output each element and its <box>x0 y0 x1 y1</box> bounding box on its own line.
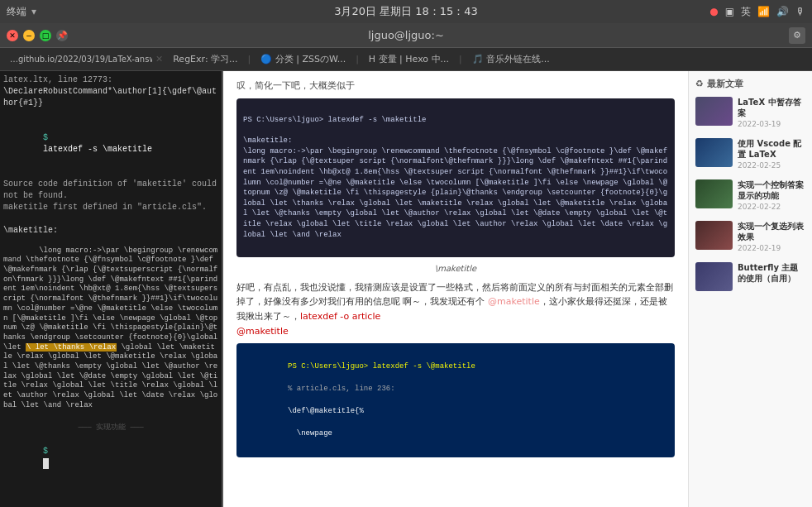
term-source-info: maketitle first defined in "article.cls"… <box>3 202 218 213</box>
article-thumb-3 <box>695 179 733 208</box>
minimize-button[interactable]: − <box>23 30 35 41</box>
close-button[interactable]: ✕ <box>7 30 18 41</box>
ps-output-3: \newpage <box>288 429 332 438</box>
article-item-4[interactable]: 实现一个复选列表效果 2022-02-19 <box>695 221 805 252</box>
article-main[interactable]: 叹，简化一下吧，大概类似于 PS C:\Users\ljguo> latexde… <box>223 71 688 507</box>
article-thumb-4 <box>695 221 733 250</box>
prompt-2: $ <box>43 447 53 456</box>
link-latexdef-article[interactable]: latexdef -o article <box>300 311 380 322</box>
article-area: 叹，简化一下吧，大概类似于 PS C:\Users\ljguo> latexde… <box>223 71 812 507</box>
cmd-1: latexdef -s \maketitle <box>43 145 152 154</box>
article-item-3[interactable]: 实现一个控制答案显示的功能 2022-02-22 <box>695 179 805 211</box>
settings-button[interactable]: ⚙ <box>789 27 805 44</box>
article-info-4: 实现一个复选列表效果 2022-02-19 <box>738 221 805 252</box>
prompt-1: $ <box>43 133 53 142</box>
ps-prompt: PS C:\Users\ljguo> latexdef -s \@maketit… <box>288 362 475 371</box>
terminal-label: 终端 <box>7 5 26 19</box>
tab-separator-3: | <box>356 54 359 65</box>
article-item-2[interactable]: 使用 Vscode 配置 LaTeX 2022-02-25 <box>695 138 805 170</box>
term-divider: ─── 实现功能 ─── <box>3 420 218 434</box>
thanks-highlight: \ let \thanks \relax <box>26 343 117 352</box>
title-bar: ✕ − □ 📌 ljguo@ljguo:~ ⚙ <box>0 23 812 48</box>
term-maketitle-label: \maketitle: <box>3 225 218 237</box>
article-title-1[interactable]: LaTeX 中暂存答案 <box>738 97 805 118</box>
article-item-5[interactable]: Butterfly 主题的使用（自用） <box>695 262 805 291</box>
code-block-1: PS C:\Users\ljguo> latexdef -s \maketitl… <box>236 98 675 257</box>
article-info-5: Butterfly 主题的使用（自用） <box>738 262 805 285</box>
tab-separator-2: | <box>248 54 251 65</box>
article-date-2: 2022-02-25 <box>738 161 805 170</box>
tab-music[interactable]: 🎵 音乐外链在线... <box>466 51 556 67</box>
article-info-3: 实现一个控制答案显示的功能 2022-02-22 <box>738 179 805 211</box>
mic-icon: 🎙 <box>795 6 805 17</box>
window-title: ljguo@ljguo:~ <box>368 29 444 41</box>
volume-icon: 🔊 <box>776 6 789 17</box>
window-controls[interactable]: ✕ − □ 📌 <box>7 30 68 41</box>
article-title-5[interactable]: Butterfly 主题的使用（自用） <box>738 262 805 284</box>
system-bar-right: ● ▣ 英 📶 🔊 🎙 <box>709 5 805 19</box>
tab-hexo[interactable]: H 变量 | Hexo 中... <box>362 51 456 67</box>
wifi-icon: 📶 <box>757 6 770 17</box>
term-blank3 <box>3 213 218 225</box>
article-thumb-1 <box>695 97 733 126</box>
term-macro-line: \long macro:->\par \begingroup \renewcom… <box>3 237 218 420</box>
tab-zss[interactable]: 🔵 分类 | ZSSのW... <box>254 51 352 67</box>
browser-tab-bar: …github.io/2022/03/19/LaTeX-answer-show-… <box>0 48 812 71</box>
article-title-4[interactable]: 实现一个复选列表效果 <box>738 221 805 242</box>
article-title-2[interactable]: 使用 Vscode 配置 LaTeX <box>738 138 805 160</box>
article-date-1: 2022-03-19 <box>738 120 805 128</box>
term-prompt-bottom: $ <box>3 434 218 481</box>
term-line-blank1 <box>3 109 218 121</box>
term-blank2 <box>3 167 218 179</box>
content-panel: 叹，简化一下吧，大概类似于 PS C:\Users\ljguo> latexde… <box>223 71 812 507</box>
pin-button[interactable]: 📌 <box>56 30 68 41</box>
ps-output-2: \def\@maketitle{% <box>288 407 364 415</box>
term-line-1: latex.ltx, line 12773: <box>3 74 218 86</box>
tab-github-label: …github.io/2022/03/19/LaTeX-answer-show-… <box>10 54 152 65</box>
code-block-ps: PS C:\Users\ljguo> latexdef -s \@maketit… <box>236 343 675 457</box>
lang-label[interactable]: 英 <box>741 5 751 19</box>
sidebar-right: ♻ 最新文章 LaTeX 中暂存答案 2022-03-19 使用 Vscode … <box>688 71 812 507</box>
maketitle-label: \maketitle <box>236 262 675 275</box>
system-datetime: 3月20日 星期日 18：15：43 <box>334 4 478 19</box>
sidebar-section-title: ♻ 最新文章 <box>695 78 805 90</box>
main-layout: latex.ltx, line 12773: \DeclareRobustCom… <box>0 71 812 507</box>
tab-separator-4: | <box>459 54 462 65</box>
maximize-button[interactable]: □ <box>40 30 51 41</box>
terminal-panel: latex.ltx, line 12773: \DeclareRobustCom… <box>0 71 223 507</box>
system-bar: 终端 ▾ 3月20日 星期日 18：15：43 ● ▣ 英 📶 🔊 🎙 <box>0 0 812 23</box>
article-thumb-5 <box>695 262 733 291</box>
tab-separator-1: ✕ <box>155 54 163 65</box>
article-info-1: LaTeX 中暂存答案 2022-03-19 <box>738 97 805 128</box>
article-title-3[interactable]: 实现一个控制答案显示的功能 <box>738 179 805 201</box>
article-thumb-2 <box>695 138 733 167</box>
terminal-dropdown-icon[interactable]: ▾ <box>31 6 36 17</box>
terminal-content[interactable]: latex.ltx, line 12773: \DeclareRobustCom… <box>0 71 222 507</box>
refresh-icon: ♻ <box>695 79 704 89</box>
section-label: 最新文章 <box>707 78 743 90</box>
term-line-cmd1: $ latexdef -s \maketitle <box>3 121 218 167</box>
article-item-1[interactable]: LaTeX 中暂存答案 2022-03-19 <box>695 97 805 128</box>
intro-text: 叹，简化一下吧，大概类似于 <box>236 79 675 93</box>
article-date-3: 2022-02-22 <box>738 203 805 211</box>
article-date-4: 2022-02-19 <box>738 244 805 252</box>
ps-output-1: % article.cls, line 236: <box>288 385 395 393</box>
system-bar-left: 终端 ▾ <box>7 5 36 19</box>
link-at-maketitle[interactable]: @maketitle <box>236 326 289 337</box>
term-line-2: \DeclareRobustCommand*\author[1]{\gdef\@… <box>3 86 218 109</box>
link-maketitle-at[interactable]: @maketitle <box>488 296 540 307</box>
cursor <box>43 458 49 469</box>
body-text-1: 好吧，有点乱，我也没说懂，我猜测应该是设置了一些格式，然后将前面定义的所有与封面… <box>236 280 675 338</box>
record-icon: ● <box>709 6 718 17</box>
tab-regexr[interactable]: RegExr: 学习... <box>166 51 244 67</box>
screen-icon: ▣ <box>725 6 734 17</box>
term-source-error: Source code definition of 'maketitle' co… <box>3 179 218 202</box>
article-info-2: 使用 Vscode 配置 LaTeX 2022-02-25 <box>738 138 805 170</box>
tab-github[interactable]: …github.io/2022/03/19/LaTeX-answer-show-… <box>3 52 152 67</box>
